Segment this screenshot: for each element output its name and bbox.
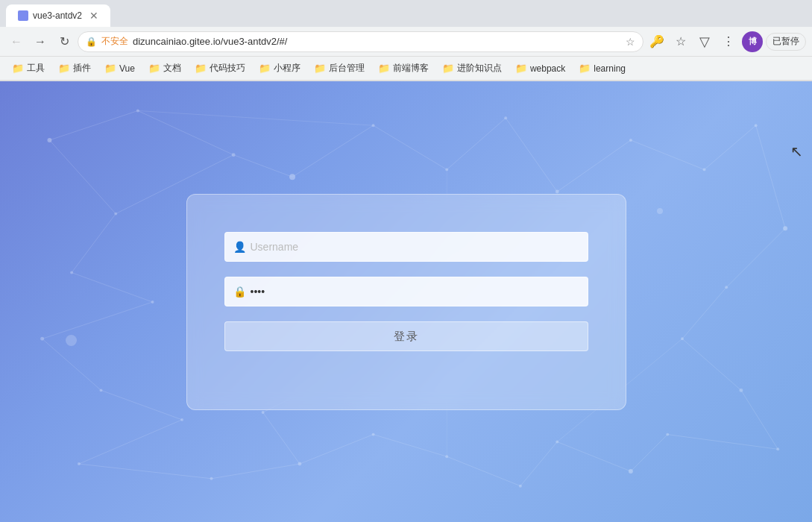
svg-line-48 bbox=[557, 140, 631, 192]
login-card: 👤 🔒 登录 bbox=[186, 194, 626, 410]
svg-line-55 bbox=[741, 390, 778, 449]
not-secure-label: 不安全 bbox=[101, 35, 128, 48]
folder-icon: 📁 bbox=[12, 63, 24, 74]
bookmark-blog[interactable]: 📁 前端博客 bbox=[372, 60, 435, 78]
paused-button[interactable]: 已暂停 bbox=[766, 33, 806, 51]
tab-close-button[interactable]: ✕ bbox=[89, 10, 98, 22]
svg-line-42 bbox=[79, 464, 212, 479]
svg-line-45 bbox=[374, 125, 447, 169]
bookmark-label: Vue bbox=[119, 63, 135, 74]
svg-line-52 bbox=[726, 228, 785, 287]
profile-button[interactable]: 博 bbox=[742, 31, 763, 52]
bookmark-learning[interactable]: 📁 learning bbox=[573, 60, 632, 78]
folder-icon: 📁 bbox=[515, 63, 527, 74]
folder-icon: 📁 bbox=[579, 63, 591, 74]
bookmark-label: 前端博客 bbox=[393, 62, 429, 75]
svg-line-49 bbox=[631, 140, 705, 169]
folder-icon: 📁 bbox=[314, 63, 326, 74]
bookmark-label: 文档 bbox=[163, 62, 181, 75]
bookmark-tools[interactable]: 📁 工具 bbox=[6, 60, 51, 78]
bookmark-miniapp[interactable]: 📁 小程序 bbox=[253, 60, 306, 78]
svg-line-58 bbox=[557, 441, 631, 471]
bookmark-label: 工具 bbox=[27, 62, 45, 75]
address-text: dizuncainiao.gitee.io/vue3-antdv2/#/ bbox=[133, 36, 621, 47]
svg-line-34 bbox=[138, 110, 233, 154]
svg-line-67 bbox=[138, 110, 374, 125]
bookmark-plugins[interactable]: 📁 插件 bbox=[52, 60, 97, 78]
float-circle-1 bbox=[66, 335, 77, 346]
folder-icon: 📁 bbox=[148, 63, 160, 74]
svg-line-35 bbox=[49, 140, 116, 214]
tab-bar: vue3-antdv2 ✕ bbox=[0, 0, 812, 27]
user-icon: 👤 bbox=[233, 241, 246, 253]
bookmark-admin[interactable]: 📁 后台管理 bbox=[308, 60, 371, 78]
bookmark-label: 进阶知识点 bbox=[457, 62, 502, 75]
svg-line-47 bbox=[506, 118, 557, 192]
svg-line-37 bbox=[72, 273, 153, 302]
back-button[interactable]: ← bbox=[6, 31, 27, 52]
svg-line-41 bbox=[79, 420, 182, 464]
svg-line-39 bbox=[43, 339, 101, 390]
bookmark-codetips[interactable]: 📁 代码技巧 bbox=[189, 60, 251, 78]
lock-icon: 🔒 bbox=[233, 286, 246, 298]
reload-button[interactable]: ↻ bbox=[54, 31, 75, 52]
svg-line-60 bbox=[447, 456, 520, 485]
bookmark-star-icon[interactable]: ☆ bbox=[626, 36, 635, 48]
svg-line-36 bbox=[72, 214, 116, 273]
folder-icon: 📁 bbox=[58, 63, 70, 74]
folder-icon: 📁 bbox=[378, 63, 390, 74]
svg-line-46 bbox=[447, 118, 506, 169]
float-circle-2 bbox=[657, 208, 663, 214]
nav-right-controls: 🔑 ☆ ▽ ⋮ 博 已暂停 bbox=[646, 31, 806, 52]
dots-button[interactable]: ⋮ bbox=[718, 31, 739, 52]
star-button[interactable]: ☆ bbox=[670, 31, 691, 52]
login-button[interactable]: 登录 bbox=[224, 321, 588, 351]
bookmark-label: learning bbox=[594, 63, 626, 74]
username-input[interactable] bbox=[224, 232, 588, 262]
svg-line-59 bbox=[520, 441, 557, 485]
svg-line-65 bbox=[212, 464, 300, 479]
tab-favicon bbox=[18, 10, 28, 21]
page-content: 👤 🔒 登录 ↖ bbox=[0, 81, 812, 522]
tab-title: vue3-antdv2 bbox=[33, 10, 82, 21]
key-button[interactable]: 🔑 bbox=[646, 31, 667, 52]
folder-icon: 📁 bbox=[104, 63, 116, 74]
bookmark-label: 小程序 bbox=[274, 62, 300, 75]
bookmarks-bar: 📁 工具 📁 插件 📁 Vue 📁 文档 📁 代码技巧 📁 小程序 📁 后台管理 bbox=[0, 57, 812, 81]
svg-line-50 bbox=[705, 125, 756, 169]
svg-line-40 bbox=[101, 390, 183, 419]
folder-icon: 📁 bbox=[195, 63, 207, 74]
bookmark-advanced[interactable]: 📁 进阶知识点 bbox=[436, 60, 508, 78]
bookmark-label: webpack bbox=[530, 63, 565, 74]
password-input-group: 🔒 bbox=[224, 277, 588, 306]
bookmark-vue[interactable]: 📁 Vue bbox=[98, 60, 141, 78]
security-icon: 🔒 bbox=[86, 37, 97, 47]
bookmark-webpack[interactable]: 📁 webpack bbox=[509, 60, 571, 78]
svg-line-43 bbox=[233, 155, 292, 177]
svg-line-57 bbox=[631, 435, 667, 471]
bookmark-docs[interactable]: 📁 文档 bbox=[142, 60, 187, 78]
svg-line-63 bbox=[263, 412, 300, 464]
svg-line-44 bbox=[292, 125, 374, 177]
svg-line-33 bbox=[49, 110, 137, 139]
browser-chrome: vue3-antdv2 ✕ ← → ↻ 🔒 不安全 dizuncainiao.g… bbox=[0, 0, 812, 81]
bookmark-label: 插件 bbox=[73, 62, 91, 75]
svg-line-54 bbox=[682, 339, 741, 390]
svg-line-53 bbox=[682, 287, 726, 339]
svg-line-56 bbox=[667, 435, 778, 450]
extension-button[interactable]: ▽ bbox=[694, 31, 715, 52]
bookmark-label: 后台管理 bbox=[329, 62, 365, 75]
folder-icon: 📁 bbox=[442, 63, 454, 74]
forward-button[interactable]: → bbox=[30, 31, 51, 52]
svg-line-38 bbox=[43, 302, 153, 339]
svg-line-51 bbox=[756, 125, 785, 228]
nav-bar: ← → ↻ 🔒 不安全 dizuncainiao.gitee.io/vue3-a… bbox=[0, 27, 812, 57]
folder-icon: 📁 bbox=[259, 63, 271, 74]
active-tab[interactable]: vue3-antdv2 ✕ bbox=[6, 4, 110, 27]
password-input[interactable] bbox=[224, 277, 588, 306]
svg-line-62 bbox=[300, 435, 374, 464]
svg-line-61 bbox=[374, 435, 447, 457]
username-input-group: 👤 bbox=[224, 232, 588, 262]
address-bar[interactable]: 🔒 不安全 dizuncainiao.gitee.io/vue3-antdv2/… bbox=[78, 31, 643, 52]
bookmark-label: 代码技巧 bbox=[210, 62, 245, 75]
